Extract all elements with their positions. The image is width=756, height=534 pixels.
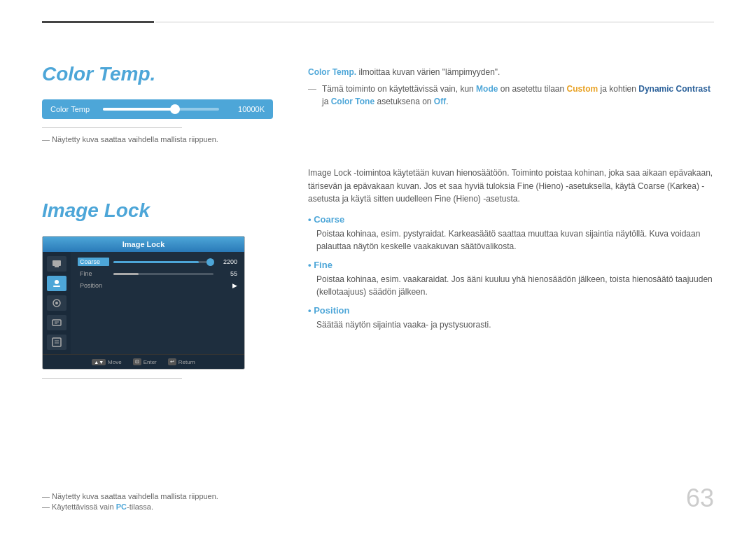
section-spacer — [42, 143, 273, 199]
il-intro: Image Lock -toimintoa käytetään kuvan hi… — [308, 167, 714, 206]
ct-off-kw: Off — [434, 97, 446, 106]
bullet-coarse: Coarse Poistaa kohinaa, esim. pystyraida… — [308, 214, 714, 253]
full-layout: Color Temp. Color Temp 10000K Näytetty k… — [42, 63, 714, 381]
bullet-fine-title: Fine — [308, 260, 714, 270]
slider-fill — [103, 108, 175, 111]
mock-btn-return: ↩ Return — [168, 358, 195, 365]
bullet-position-desc: Säätää näytön sijaintia vaaka- ja pystys… — [308, 318, 714, 331]
slider-label: Color Temp — [50, 105, 96, 113]
color-temp-section-left: Color Temp. Color Temp 10000K Näytetty k… — [42, 63, 273, 143]
color-temp-slider-box: Color Temp 10000K — [42, 99, 273, 119]
il-bottom-divider — [42, 378, 182, 379]
bottom-notes: Näytetty kuva saattaa vaihdella mallista… — [42, 492, 218, 513]
mock-fine-value: 55 — [218, 270, 237, 277]
bullet-fine: Fine Poistaa kohinaa, esim. vaakaraidat.… — [308, 260, 714, 298]
ct-dynamic-kw: Dynamic Contrast — [638, 84, 710, 94]
mock-icon-1 — [47, 256, 66, 272]
svg-point-5 — [55, 302, 58, 304]
image-lock-title: Image Lock — [42, 199, 273, 222]
image-lock-section-left: Image Lock Image Lock — [42, 199, 273, 379]
mock-btn-move: ▲▼ Move — [92, 358, 121, 365]
move-label: Move — [108, 359, 122, 365]
mock-sidebar — [43, 252, 71, 354]
mock-coarse-row: Coarse 2200 — [78, 258, 237, 266]
page-number: 63 — [686, 484, 714, 513]
ct-custom-kw: Custom — [567, 84, 598, 94]
ct-bottom-divider — [42, 127, 182, 128]
return-label: Return — [178, 359, 195, 365]
bottom-note-2: Käytettävissä vain PC-tilassa. — [42, 503, 218, 511]
mock-coarse-label: Coarse — [78, 258, 109, 266]
color-temp-right: Color Temp. ilmoittaa kuvan värien "lämp… — [308, 63, 714, 108]
slider-track — [103, 108, 219, 111]
svg-rect-6 — [52, 320, 61, 325]
mock-body: Coarse 2200 Fine — [43, 252, 244, 354]
mock-screen: Image Lock — [42, 236, 245, 370]
ct-colortone-kw: Color Tone — [331, 97, 374, 106]
mock-content: Coarse 2200 Fine — [71, 252, 244, 354]
image-lock-right: Image Lock -toimintoa käytetään kuvan hi… — [308, 167, 714, 331]
ct-dash-line: Tämä toiminto on käytettävissä vain, kun… — [308, 83, 714, 108]
mock-position-row: Position ▶ — [78, 281, 237, 290]
mock-coarse-value: 2200 — [218, 258, 237, 265]
mock-icon-2 — [47, 276, 66, 291]
ct-note: Näytetty kuva saattaa vaihdella mallista… — [42, 135, 273, 143]
mock-fine-fill — [113, 273, 139, 275]
mock-header: Image Lock — [43, 237, 244, 252]
svg-rect-1 — [55, 266, 59, 267]
bullet-position-title: Position — [308, 305, 714, 316]
enter-label: Enter — [144, 359, 157, 365]
bottom-note-1: Näytetty kuva saattaa vaihdella mallista… — [42, 492, 218, 500]
right-column: Color Temp. ilmoittaa kuvan värien "lämp… — [308, 63, 714, 381]
mock-btn-enter: ⊡ Enter — [133, 358, 157, 365]
page-container: Color Temp. Color Temp 10000K Näytetty k… — [0, 0, 756, 534]
bullet-position: Position Säätää näytön sijaintia vaaka- … — [308, 305, 714, 331]
note2-pc: PC — [116, 503, 127, 511]
svg-rect-0 — [52, 260, 61, 266]
slider-row: Color Temp 10000K — [50, 105, 265, 113]
mock-fine-label: Fine — [78, 269, 109, 278]
ct-intro-text: ilmoittaa kuvan värien "lämpimyyden". — [356, 67, 500, 77]
mock-fine-track — [113, 273, 214, 275]
bullet-coarse-desc: Poistaa kohinaa, esim. pystyraidat. Kark… — [308, 227, 714, 253]
mock-icon-4 — [47, 315, 66, 330]
mock-footer: ▲▼ Move ⊡ Enter ↩ Return — [43, 354, 244, 369]
mock-fine-row: Fine 55 — [78, 269, 237, 278]
mock-icon-5 — [47, 335, 66, 350]
note2-prefix: Käytettävissä vain — [52, 503, 116, 511]
mock-icon-3 — [47, 295, 66, 311]
left-column: Color Temp. Color Temp 10000K Näytetty k… — [42, 63, 273, 381]
note2-suffix: -tilassa. — [127, 503, 153, 511]
ct-intro-bold: Color Temp. — [308, 67, 356, 77]
svg-rect-9 — [52, 338, 61, 346]
mock-position-label: Position — [78, 281, 109, 290]
svg-rect-3 — [53, 286, 60, 287]
slider-thumb — [170, 104, 180, 114]
bullet-fine-desc: Poistaa kohinaa, esim. vaakaraidat. Jos … — [308, 273, 714, 298]
mock-coarse-track — [113, 261, 214, 263]
mock-position-arrow: ▶ — [232, 282, 237, 289]
ct-right-intro: Color Temp. ilmoittaa kuvan värien "lämp… — [308, 66, 714, 78]
ct-mode-kw: Mode — [476, 84, 498, 94]
move-key: ▲▼ — [92, 359, 106, 365]
right-spacer — [308, 111, 714, 167]
slider-value: 10000K — [226, 105, 265, 113]
enter-key: ⊡ — [133, 358, 141, 365]
ct-dash-text: Tämä toiminto on käytettävissä vain, kun… — [322, 83, 714, 108]
bullet-coarse-title: Coarse — [308, 214, 714, 225]
mock-coarse-thumb — [206, 258, 214, 266]
color-temp-title: Color Temp. — [42, 63, 273, 85]
return-key: ↩ — [168, 358, 176, 365]
mock-coarse-fill — [113, 261, 199, 263]
svg-point-2 — [55, 280, 59, 284]
